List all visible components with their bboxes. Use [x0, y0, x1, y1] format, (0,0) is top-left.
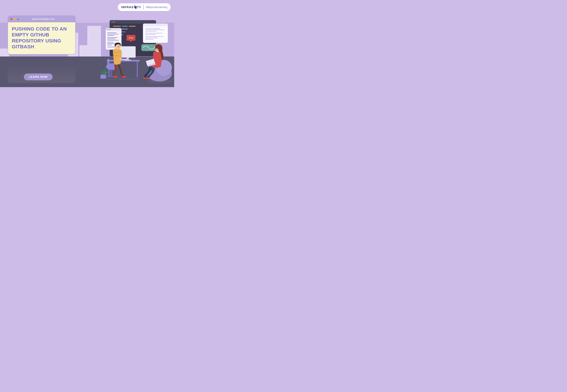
svg-point-68: [157, 49, 157, 50]
developer-illustration: <\>: [96, 18, 173, 84]
svg-rect-27: [107, 35, 114, 36]
svg-rect-54: [111, 70, 112, 76]
svg-rect-43: [145, 38, 158, 38]
svg-rect-40: [145, 33, 162, 33]
brand-logomark-icon: [134, 5, 137, 9]
svg-rect-9: [129, 26, 136, 27]
svg-point-62: [119, 46, 119, 47]
svg-rect-37: [145, 28, 160, 29]
svg-rect-21: [106, 28, 122, 31]
svg-text:<\>: <\>: [129, 36, 133, 39]
svg-point-4: [111, 21, 112, 22]
svg-rect-30: [107, 40, 119, 41]
svg-rect-8: [122, 26, 128, 27]
svg-rect-47: [137, 61, 138, 77]
brand-divider: [143, 5, 144, 9]
svg-rect-41: [145, 34, 155, 35]
svg-point-22: [107, 29, 108, 30]
svg-rect-48: [120, 46, 136, 58]
svg-rect-42: [145, 36, 163, 37]
brand-logo: INFRAS TY: [121, 5, 141, 9]
svg-point-56: [122, 76, 126, 78]
learn-now-button[interactable]: LEARN NOW: [24, 73, 53, 80]
svg-point-23: [108, 29, 109, 30]
svg-rect-26: [107, 34, 119, 34]
svg-marker-0: [134, 5, 135, 8]
svg-rect-3: [110, 20, 156, 24]
plant: [99, 67, 108, 79]
svg-point-6: [114, 21, 115, 22]
svg-rect-7: [113, 26, 121, 27]
brand-name-right: TY: [137, 5, 141, 9]
svg-rect-44: [145, 39, 153, 40]
card-url: www.infrasity.com: [14, 17, 73, 21]
brand-tagline: #BeyondLearning: [146, 6, 167, 9]
svg-marker-1: [135, 6, 137, 9]
brand-badge: INFRAS TY #BeyondLearning: [118, 3, 171, 11]
svg-rect-25: [107, 32, 116, 33]
svg-point-70: [147, 79, 172, 84]
svg-point-24: [110, 29, 111, 30]
svg-point-60: [120, 58, 122, 59]
svg-rect-69: [107, 79, 139, 80]
svg-point-5: [113, 21, 114, 22]
svg-rect-38: [145, 29, 165, 30]
svg-rect-29: [107, 39, 115, 39]
brand-name-left: INFRAS: [121, 5, 134, 9]
window-close-icon: [10, 18, 12, 20]
svg-point-57: [114, 76, 118, 78]
svg-rect-33: [107, 45, 112, 45]
card-titlebar: www.infrasity.com: [8, 16, 75, 22]
svg-rect-31: [107, 42, 113, 42]
card-content: PUSHING CODE TO AN EMPTY GITHUB REPOSITO…: [8, 22, 75, 54]
bg-building: [79, 45, 87, 56]
hero-card: www.infrasity.com PUSHING CODE TO AN EMP…: [8, 16, 76, 55]
card-headline: PUSHING CODE TO AN EMPTY GITHUB REPOSITO…: [12, 26, 71, 50]
svg-rect-63: [100, 75, 106, 79]
svg-rect-53: [107, 59, 109, 68]
svg-rect-28: [107, 37, 117, 38]
svg-rect-45: [107, 60, 139, 61]
svg-rect-39: [145, 31, 157, 31]
svg-rect-36: [143, 24, 168, 26]
